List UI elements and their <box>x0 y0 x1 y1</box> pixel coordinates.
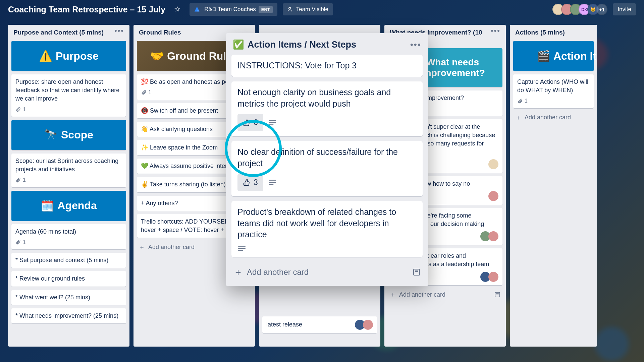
card[interactable]: * What needs improvement? (25 mins) <box>11 308 126 323</box>
plus-icon: ＋ <box>515 114 521 122</box>
handshake-icon: 🤝 <box>150 50 164 62</box>
template-icon[interactable] <box>494 292 500 298</box>
cover-card-agenda[interactable]: 🗓️Agenda <box>11 191 126 221</box>
svg-rect-2 <box>495 293 500 297</box>
svg-rect-3 <box>496 294 499 295</box>
ent-badge: ENT <box>259 6 273 13</box>
team-button[interactable]: R&D Team Coaches ENT <box>190 3 277 16</box>
thumbs-up-icon <box>243 179 250 186</box>
avatar[interactable] <box>488 231 498 241</box>
attachment-icon: 1 <box>15 176 26 184</box>
invite-button[interactable]: Invite <box>613 3 636 15</box>
vote-button[interactable]: 3 <box>237 174 263 191</box>
card[interactable]: latest release <box>262 316 377 333</box>
card[interactable]: Product's breakdown of related changes t… <box>231 201 423 257</box>
calendar-icon: 🗓️ <box>41 199 54 212</box>
card[interactable]: * Review our ground rules <box>11 271 126 286</box>
plus-icon: ＋ <box>390 291 396 299</box>
plus-icon: ＋ <box>233 266 243 279</box>
svg-point-0 <box>289 7 291 9</box>
avatar-more[interactable]: +1 <box>596 4 607 15</box>
cover-card-actions[interactable]: 🎬Action Items <box>513 41 594 71</box>
thumbs-up-icon <box>243 119 250 126</box>
focus-list-title[interactable]: ✅Action Items / Next Steps <box>233 39 356 50</box>
team-label: R&D Team Coaches <box>204 6 256 13</box>
description-icon <box>237 245 246 252</box>
list-menu-button[interactable]: ••• <box>491 29 500 33</box>
board-members[interactable]: DK 🐱 +1 <box>555 4 607 15</box>
card[interactable]: No clear definition of success/failure f… <box>231 141 423 196</box>
card[interactable]: Agenda (60 mins total) 1 <box>11 224 126 250</box>
avatar[interactable] <box>488 272 498 282</box>
avatar[interactable] <box>488 159 498 169</box>
svg-rect-13 <box>414 269 420 275</box>
add-card-button[interactable]: ＋Add another card <box>388 289 502 301</box>
card[interactable]: Purpose: share open and honest feedback … <box>11 74 126 117</box>
add-card-button[interactable]: ＋Add another card <box>231 262 423 280</box>
card[interactable]: Scope: our last Sprint across coaching p… <box>11 154 126 187</box>
plus-icon: ＋ <box>139 243 145 251</box>
description-icon <box>268 179 277 186</box>
attachment-icon: 1 <box>141 89 151 96</box>
template-icon[interactable] <box>413 268 421 276</box>
visibility-button[interactable]: Team Visible <box>283 3 333 15</box>
cover-card-purpose[interactable]: ⚠️Purpose <box>11 41 126 71</box>
attachment-icon: 1 <box>15 106 26 113</box>
clapper-icon: 🎬 <box>537 50 550 62</box>
avatar[interactable] <box>363 320 373 330</box>
list-title[interactable]: Ground Rules <box>139 29 181 36</box>
description-icon <box>268 119 277 126</box>
list-title[interactable]: Actions (5 mins) <box>515 29 565 36</box>
card[interactable]: Capture Actions (WHO will do WHAT by WHE… <box>513 74 594 108</box>
attachment-icon: 1 <box>517 97 528 105</box>
list-menu-button[interactable]: ••• <box>114 29 124 33</box>
visibility-label: Team Visible <box>296 6 328 13</box>
star-button[interactable]: ☆ <box>171 3 184 16</box>
list-actions: Actions (5 mins) 🎬Action Items Capture A… <box>510 25 597 347</box>
attachment-icon: 1 <box>15 239 26 246</box>
focus-list-action-items: ✅Action Items / Next Steps ••• INSTRUCTI… <box>226 33 428 286</box>
telescope-icon: 🔭 <box>44 129 58 141</box>
cover-card-scope[interactable]: 🔭Scope <box>11 120 126 150</box>
card[interactable]: Not enough clarity on business goals and… <box>231 81 423 137</box>
svg-rect-14 <box>415 270 418 272</box>
avatar[interactable] <box>488 191 498 201</box>
list-menu-button[interactable]: ••• <box>410 43 421 47</box>
board-header: Coaching Team Retrospective – 15 July ☆ … <box>0 0 644 19</box>
card[interactable]: * What went well? (25 mins) <box>11 290 126 305</box>
list-title[interactable]: Purpose and Context (5 mins) <box>13 29 104 36</box>
atlassian-icon <box>194 6 202 13</box>
board-title[interactable]: Coaching Team Retrospective – 15 July <box>8 5 165 14</box>
add-card-button[interactable]: ＋Add another card <box>513 112 594 124</box>
people-icon <box>287 6 293 12</box>
vote-button[interactable]: 6 <box>237 114 263 131</box>
list-purpose: Purpose and Context (5 mins) ••• ⚠️Purpo… <box>8 25 129 347</box>
card-instructions[interactable]: INSTRUCTIONS: Vote for Top 3 <box>231 55 423 77</box>
card[interactable]: * Set purpose and context (5 mins) <box>11 253 126 268</box>
check-icon: ✅ <box>233 39 244 50</box>
warning-icon: ⚠️ <box>39 50 52 62</box>
